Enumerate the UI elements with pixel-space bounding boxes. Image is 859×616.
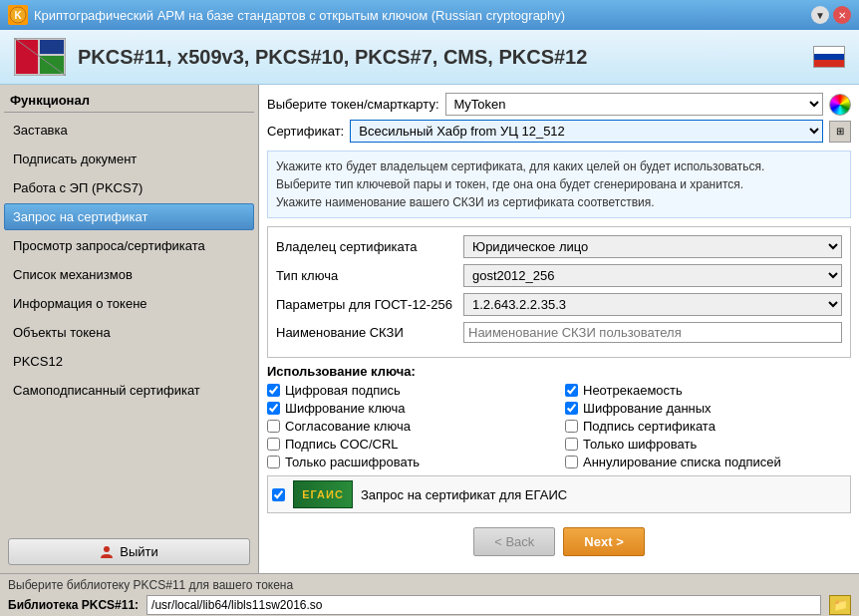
- checkbox-decrypt-only: Только расшифровать: [267, 455, 553, 469]
- app-icon: K: [8, 5, 28, 25]
- skzi-input[interactable]: [463, 322, 842, 343]
- checkbox-encrypt-only-input[interactable]: [565, 438, 578, 451]
- checkbox-nonrepudiation-input[interactable]: [565, 384, 578, 397]
- color-picker-button[interactable]: [829, 94, 851, 116]
- checkbox-key-agree-input[interactable]: [267, 420, 280, 433]
- checkbox-encrypt-only: Только шифровать: [565, 437, 851, 452]
- svg-text:K: K: [14, 10, 22, 21]
- key-type-label: Тип ключа: [276, 268, 455, 283]
- sidebar-item-self-signed[interactable]: Самоподписанный сертификат: [4, 377, 254, 404]
- checkbox-digital-sig-input[interactable]: [267, 384, 280, 397]
- cert-label: Сертификат:: [267, 124, 344, 139]
- folder-button[interactable]: 📁: [829, 595, 851, 615]
- checkbox-nonrepudiation: Неотрекаемость: [565, 383, 851, 398]
- cert-row: Сертификат: Всесильный Хабр from УЦ 12_5…: [267, 120, 851, 143]
- svg-rect-3: [16, 40, 38, 74]
- sidebar-item-mechanisms[interactable]: Список механизмов: [4, 261, 254, 288]
- lib-label: Библиотека PKCS#11:: [8, 598, 139, 612]
- title-bar: K Криптографический АРМ на базе стандарт…: [0, 0, 859, 30]
- owner-select[interactable]: Юридическое лицо: [463, 235, 842, 258]
- checkbox-revoke-sig: Аннулирование списка подписей: [565, 455, 851, 469]
- sidebar-title: Функционал: [4, 89, 254, 113]
- logout-icon: [100, 545, 114, 559]
- checkbox-revoke-sig-input[interactable]: [565, 456, 578, 468]
- status-row: Библиотека PKCS#11: 📁: [8, 595, 851, 615]
- sidebar-item-cert-request[interactable]: Запрос на сертификат: [4, 203, 254, 230]
- title-bar-left: K Криптографический АРМ на базе стандарт…: [8, 5, 565, 25]
- sidebar-item-token-info[interactable]: Информация о токене: [4, 290, 254, 317]
- key-type-row: Тип ключа gost2012_256: [276, 264, 842, 287]
- sidebar-item-sign-doc[interactable]: Подписать документ: [4, 146, 254, 172]
- key-usage-section: Использование ключа: Цифровая подпись Не…: [267, 364, 851, 469]
- svg-rect-4: [40, 40, 64, 54]
- sidebar: Функционал Заставка Подписать документ Р…: [0, 85, 259, 573]
- main-content: Функционал Заставка Подписать документ Р…: [0, 85, 859, 573]
- minimize-button[interactable]: ▼: [811, 6, 829, 24]
- gost-params-select[interactable]: 1.2.643.2.2.35.3: [463, 293, 842, 316]
- status-title: Выберите библиотеку PKCS#11 для вашего т…: [8, 578, 851, 592]
- checkbox-data-enc-input[interactable]: [565, 402, 578, 415]
- key-usage-title: Использование ключа:: [267, 364, 851, 379]
- egais-row: ЕГАИС Запрос на сертификат для ЕГАИС: [267, 475, 851, 513]
- form-fields: Владелец сертификата Юридическое лицо Ти…: [267, 226, 851, 358]
- cert-grid-button[interactable]: ⊞: [829, 121, 851, 143]
- sidebar-item-splash[interactable]: Заставка: [4, 117, 254, 144]
- checkbox-cert-sign-input[interactable]: [565, 420, 578, 433]
- checkbox-data-enc: Шифрование данных: [565, 401, 851, 416]
- button-row: < Back Next >: [267, 521, 851, 562]
- owner-label: Владелец сертификата: [276, 239, 455, 254]
- status-bar: Выберите библиотеку PKCS#11 для вашего т…: [0, 573, 859, 616]
- gost-params-label: Параметры для ГОСТ-12-256: [276, 297, 455, 312]
- token-row: Выберите токен/смарткарту: MyToken: [267, 93, 851, 116]
- app-title: PKCS#11, x509v3, PKCS#10, PKCS#7, CMS, P…: [78, 46, 587, 69]
- sidebar-item-pkcs7[interactable]: Работа с ЭП (PKCS7): [4, 174, 254, 201]
- token-select[interactable]: MyToken: [445, 93, 823, 116]
- sidebar-logout: Выйти: [4, 534, 254, 569]
- checkboxes-grid: Цифровая подпись Неотрекаемость Шифрован…: [267, 383, 851, 469]
- title-bar-controls: ▼ ✕: [811, 6, 851, 24]
- egais-checkbox[interactable]: [272, 488, 285, 501]
- checkbox-crl-sign-input[interactable]: [267, 438, 280, 451]
- app-logo: [14, 38, 66, 76]
- sidebar-item-pkcs12[interactable]: PKCS12: [4, 348, 254, 375]
- egais-logo: ЕГАИС: [293, 480, 353, 508]
- checkbox-digital-sig: Цифровая подпись: [267, 383, 553, 398]
- checkbox-cert-sign: Подпись сертификата: [565, 419, 851, 434]
- sidebar-item-token-objects[interactable]: Объекты токена: [4, 319, 254, 346]
- lib-input[interactable]: [146, 595, 821, 615]
- svg-point-7: [104, 546, 110, 552]
- right-panel: Выберите токен/смарткарту: MyToken Серти…: [259, 85, 859, 573]
- sidebar-item-view-cert[interactable]: Просмотр запроса/сертификата: [4, 232, 254, 259]
- checkbox-key-enc-input[interactable]: [267, 402, 280, 415]
- checkbox-crl-sign: Подпись COC/CRL: [267, 437, 553, 452]
- close-button[interactable]: ✕: [833, 6, 851, 24]
- skzi-label: Наименование СКЗИ: [276, 325, 455, 340]
- logout-button[interactable]: Выйти: [8, 538, 250, 565]
- app-header: PKCS#11, x509v3, PKCS#10, PKCS#7, CMS, P…: [0, 30, 859, 85]
- cert-select[interactable]: Всесильный Хабр from УЦ 12_512: [350, 120, 823, 143]
- back-button[interactable]: < Back: [473, 527, 555, 556]
- flag-icon: [813, 46, 845, 68]
- checkbox-key-enc: Шифрование ключа: [267, 401, 553, 416]
- skzi-row: Наименование СКЗИ: [276, 322, 842, 343]
- gost-params-row: Параметры для ГОСТ-12-256 1.2.643.2.2.35…: [276, 293, 842, 316]
- window-title: Криптографический АРМ на базе стандартов…: [34, 8, 565, 23]
- egais-label: Запрос на сертификат для ЕГАИС: [361, 487, 567, 502]
- next-button[interactable]: Next >: [563, 527, 644, 556]
- description-box: Укажите кто будет владельцем сертификата…: [267, 151, 851, 218]
- checkbox-key-agree: Согласование ключа: [267, 419, 553, 434]
- owner-row: Владелец сертификата Юридическое лицо: [276, 235, 842, 258]
- key-type-select[interactable]: gost2012_256: [463, 264, 842, 287]
- checkbox-decrypt-only-input[interactable]: [267, 456, 280, 468]
- token-label: Выберите токен/смарткарту:: [267, 97, 439, 112]
